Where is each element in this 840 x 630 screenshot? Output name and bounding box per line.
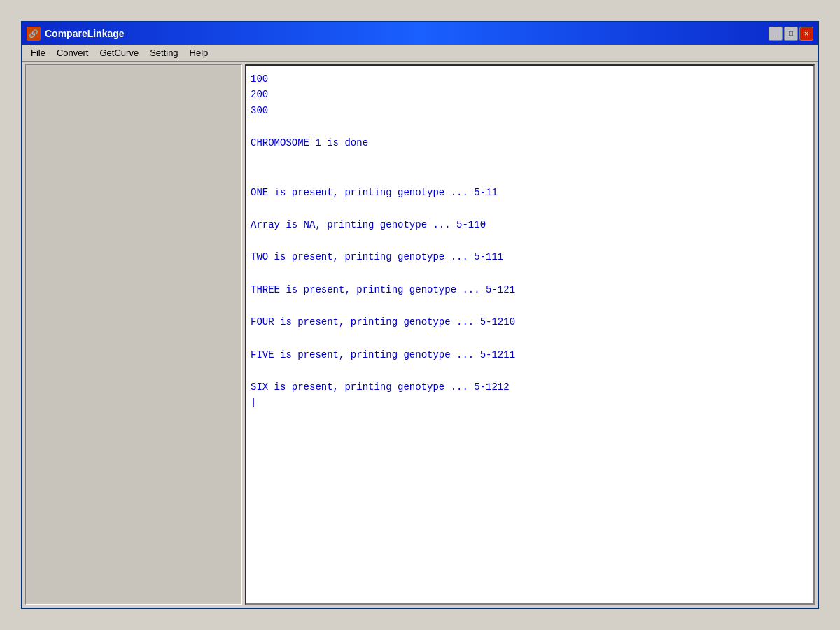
output-line-14: THREE is present, printing genotype ... … — [251, 282, 809, 298]
menu-help[interactable]: Help — [184, 45, 214, 61]
output-line-15 — [251, 298, 809, 314]
title-bar-buttons: _ □ ✕ — [769, 27, 813, 41]
app-icon: 🔗 — [27, 27, 41, 41]
output-line-17 — [251, 330, 809, 347]
output-panel[interactable]: 100 200 300 CHROMOSOME 1 is done ONE is … — [245, 64, 815, 605]
output-line-5: CHROMOSOME 1 is done — [251, 135, 809, 150]
output-line-13 — [251, 265, 809, 282]
output-line-8: ONE is present, printing genotype ... 5-… — [251, 185, 809, 200]
output-line-19 — [251, 363, 809, 379]
title-bar: 🔗 CompareLinkage _ □ ✕ — [22, 22, 818, 45]
output-line-10: Array is NA, printing genotype ... 5-110 — [251, 217, 809, 232]
left-panel — [25, 64, 242, 605]
minimize-button[interactable]: _ — [769, 27, 783, 41]
menu-file[interactable]: File — [25, 45, 51, 61]
output-line-16: FOUR is present, printing genotype ... 5… — [251, 314, 809, 330]
output-line-6 — [251, 151, 809, 168]
menu-bar: File Convert GetCurve Setting Help — [22, 45, 818, 62]
output-line-20: SIX is present, printing genotype ... 5-… — [251, 379, 809, 395]
output-line-7 — [251, 168, 809, 185]
title-bar-left: 🔗 CompareLinkage — [27, 27, 125, 41]
close-button[interactable]: ✕ — [799, 27, 813, 41]
main-window: 🔗 CompareLinkage _ □ ✕ File Convert GetC… — [21, 21, 819, 609]
output-line-18: FIVE is present, printing genotype ... 5… — [251, 347, 809, 363]
output-line-9 — [251, 200, 809, 217]
output-cursor: | — [251, 395, 809, 410]
output-line-12: TWO is present, printing genotype ... 5-… — [251, 249, 809, 265]
menu-convert[interactable]: Convert — [51, 45, 94, 61]
output-line-11 — [251, 232, 809, 249]
output-line-2: 200 — [251, 87, 809, 102]
output-line-3: 300 — [251, 103, 809, 118]
maximize-button[interactable]: □ — [784, 27, 798, 41]
menu-getcurve[interactable]: GetCurve — [94, 45, 144, 61]
output-line-1: 100 — [251, 71, 809, 87]
output-line-4 — [251, 118, 809, 135]
main-content: 100 200 300 CHROMOSOME 1 is done ONE is … — [22, 62, 818, 608]
menu-setting[interactable]: Setting — [144, 45, 183, 61]
window-title: CompareLinkage — [45, 28, 125, 39]
